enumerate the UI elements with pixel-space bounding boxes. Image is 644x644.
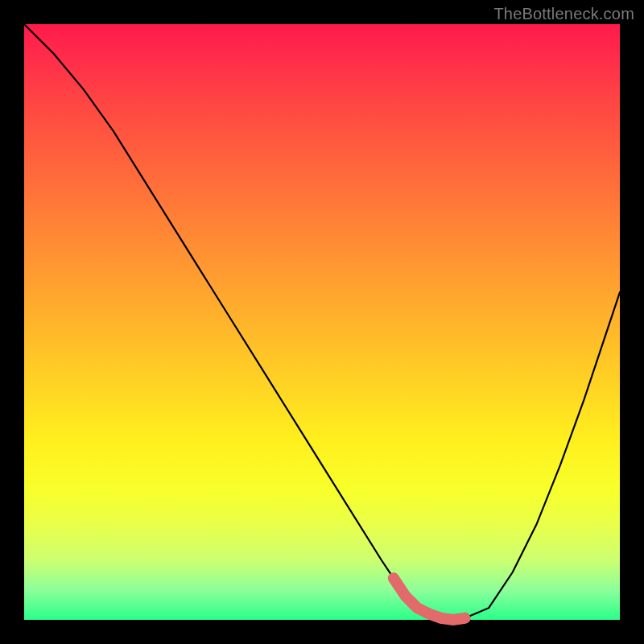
chart-frame: TheBottleneck.com [0,0,644,644]
bottleneck-curve-path [24,24,620,620]
chart-svg [24,24,620,620]
optimal-highlight [394,578,465,620]
watermark-text: TheBottleneck.com [493,5,634,23]
